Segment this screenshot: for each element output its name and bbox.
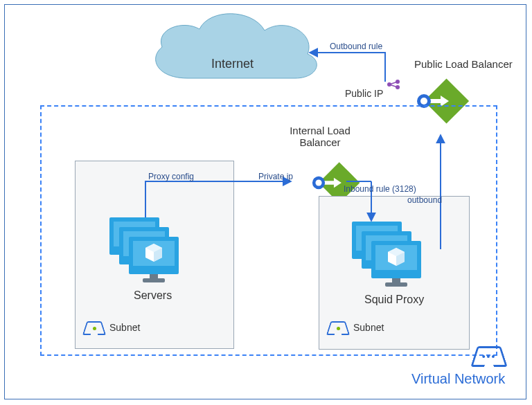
private-ip-label: Private ip	[258, 172, 293, 181]
inbound-rule-label: Inbound rule (3128)	[344, 184, 416, 194]
proxy-config-label: Proxy config	[148, 172, 194, 181]
outbound-label: outbound	[407, 195, 442, 205]
diagram-canvas: Internet Public Load Balancer Public IP	[0, 0, 532, 405]
connectors	[0, 0, 532, 405]
outbound-rule-label: Outbound rule	[330, 42, 382, 51]
